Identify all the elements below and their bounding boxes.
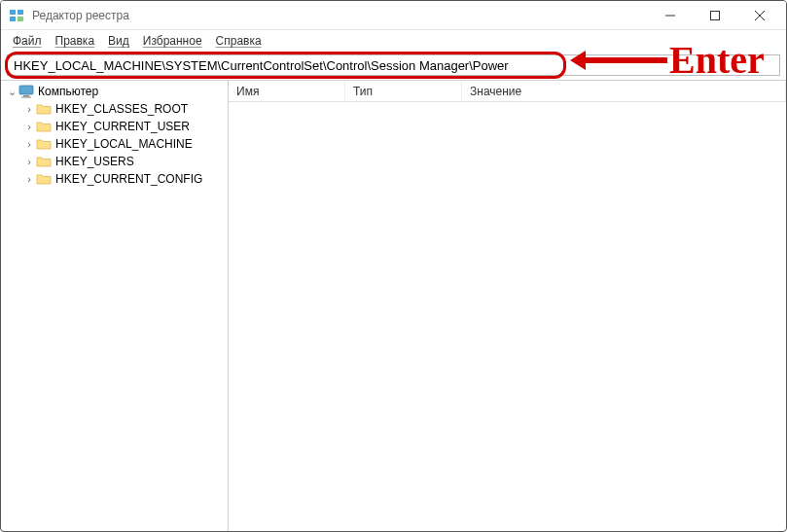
menu-edit[interactable]: Правка: [50, 32, 101, 50]
menu-file[interactable]: Файл: [7, 32, 48, 50]
svg-rect-8: [19, 86, 33, 94]
address-input[interactable]: [7, 54, 780, 76]
svg-rect-5: [711, 11, 720, 19]
list-pane[interactable]: Имя Тип Значение: [229, 81, 786, 532]
menubar: Файл Правка Вид Избранное Справка: [1, 30, 786, 53]
folder-icon: [36, 102, 52, 116]
chevron-right-icon[interactable]: ›: [22, 138, 36, 150]
content-area: ⌄ Компьютер › HKEY_CLASSES_ROOT › HKEY_C…: [1, 80, 786, 532]
column-header-name[interactable]: Имя: [229, 81, 345, 101]
svg-rect-9: [23, 95, 29, 97]
chevron-right-icon[interactable]: ›: [22, 103, 36, 115]
titlebar: Редактор реестра: [1, 1, 786, 30]
svg-rect-2: [10, 17, 16, 21]
column-header-type[interactable]: Тип: [345, 81, 462, 101]
chevron-right-icon[interactable]: ›: [22, 121, 36, 132]
menu-view[interactable]: Вид: [102, 32, 135, 50]
maximize-button[interactable]: [693, 1, 737, 30]
list-header: Имя Тип Значение: [229, 81, 786, 102]
folder-icon: [36, 155, 52, 168]
tree-item-hklm[interactable]: › HKEY_LOCAL_MACHINE: [18, 135, 228, 153]
svg-rect-1: [18, 10, 23, 15]
chevron-down-icon[interactable]: ⌄: [5, 86, 18, 98]
tree-item-hkcu[interactable]: › HKEY_CURRENT_USER: [18, 118, 228, 135]
tree-root-computer[interactable]: ⌄ Компьютер: [1, 83, 228, 100]
folder-icon: [36, 172, 52, 186]
tree-root-label: Компьютер: [38, 85, 98, 98]
folder-icon: [36, 120, 52, 133]
folder-icon: [36, 137, 52, 151]
column-header-value[interactable]: Значение: [462, 81, 786, 101]
svg-rect-3: [18, 17, 23, 21]
addressbar-container: Enter: [1, 53, 786, 80]
tree-item-label: HKEY_USERS: [55, 155, 134, 168]
computer-icon: [18, 85, 34, 98]
close-button[interactable]: [737, 1, 782, 30]
tree-item-hkcc[interactable]: › HKEY_CURRENT_CONFIG: [18, 170, 228, 188]
minimize-button[interactable]: [648, 1, 693, 30]
chevron-right-icon[interactable]: ›: [22, 156, 36, 167]
tree-item-hku[interactable]: › HKEY_USERS: [18, 153, 228, 170]
tree-item-hkcr[interactable]: › HKEY_CLASSES_ROOT: [18, 100, 228, 118]
menu-favorites[interactable]: Избранное: [137, 32, 208, 50]
window-title: Редактор реестра: [32, 9, 648, 22]
svg-rect-10: [21, 97, 31, 98]
menu-help[interactable]: Справка: [210, 32, 268, 50]
regedit-icon: [9, 8, 24, 23]
tree-pane[interactable]: ⌄ Компьютер › HKEY_CLASSES_ROOT › HKEY_C…: [1, 81, 229, 532]
tree-item-label: HKEY_CLASSES_ROOT: [55, 102, 188, 116]
chevron-right-icon[interactable]: ›: [22, 173, 36, 185]
tree-item-label: HKEY_CURRENT_USER: [55, 120, 190, 133]
window-controls: [648, 1, 782, 30]
tree-item-label: HKEY_CURRENT_CONFIG: [55, 172, 202, 186]
svg-rect-0: [10, 10, 16, 15]
tree-item-label: HKEY_LOCAL_MACHINE: [55, 137, 193, 151]
